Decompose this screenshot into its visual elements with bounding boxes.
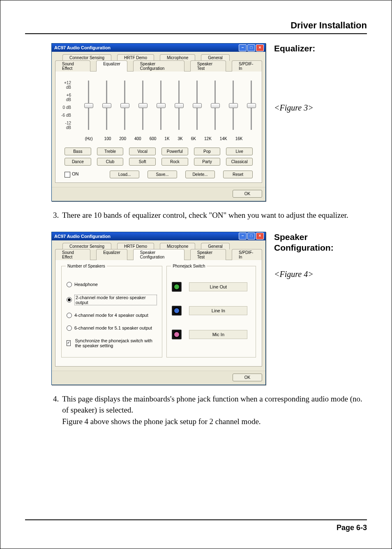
preset-club[interactable]: Club: [97, 158, 124, 166]
on-checkbox[interactable]: ON: [65, 171, 79, 177]
minimize-button[interactable]: –: [239, 233, 247, 240]
jack-label[interactable]: Line In: [189, 306, 247, 315]
preset-treble[interactable]: Treble: [97, 148, 124, 155]
paragraph-text: There are 10 bands of equalizer control,…: [62, 210, 367, 221]
tab-equalizer[interactable]: Equalizer: [96, 249, 127, 260]
equalizer-bottom-row: ON Load... Save... Delete... Reset: [65, 171, 253, 178]
radio-2-channel[interactable]: 2-channel mode for stereo speaker output: [67, 295, 157, 305]
close-button[interactable]: ×: [256, 233, 264, 240]
figure-3-side: Equalizer: <Figure 3>: [274, 43, 356, 201]
eq-band-16khz[interactable]: [246, 81, 256, 130]
paragraph-3: 3. There are 10 bands of equalizer contr…: [53, 210, 367, 221]
tabs-area: Connector Sensing HRTF Demo Microphone G…: [52, 240, 265, 371]
tab-microphone[interactable]: Microphone: [160, 54, 195, 61]
eq-band-3khz[interactable]: [174, 81, 184, 130]
eq-band-1khz[interactable]: [156, 81, 166, 130]
maximize-button[interactable]: □: [247, 44, 255, 51]
hz-label: 1K: [164, 136, 169, 141]
radio-icon: [67, 297, 72, 302]
tab-speaker-test[interactable]: Speaker Test: [190, 60, 226, 72]
list-number: 3.: [53, 210, 59, 221]
phonejack-legend: Phonejack Switch: [171, 264, 207, 268]
sync-checkbox[interactable]: Synchronize the phonejack switch with th…: [67, 338, 157, 348]
equalizer-heading: Equalizer:: [274, 43, 356, 54]
tab-speaker-test[interactable]: Speaker Test: [190, 249, 226, 260]
on-label: ON: [72, 171, 79, 176]
eq-band-600hz[interactable]: [138, 81, 148, 130]
eq-band-12khz[interactable]: [210, 81, 220, 130]
delete-button[interactable]: Delete...: [185, 171, 215, 178]
db-label: +6 dB: [61, 93, 71, 102]
jack-icon-green: [172, 282, 182, 292]
preset-live[interactable]: Live: [226, 148, 253, 155]
radio-label: 4-channel mode for 4 speaker output: [74, 313, 148, 318]
ac97-config-window-speaker: AC97 Audio Configuration – □ × Connector…: [51, 232, 266, 385]
ok-button[interactable]: OK: [233, 190, 262, 198]
db-scale: +12 dB +6 dB 0 dB -6 dB -12 dB: [61, 81, 71, 130]
hz-label: 6K: [191, 136, 196, 141]
close-button[interactable]: ×: [256, 44, 264, 51]
preset-rock[interactable]: Rock: [161, 158, 188, 166]
jack-line-in: Line In: [172, 306, 251, 316]
tab-general[interactable]: General: [201, 54, 230, 61]
tab-sound-effect[interactable]: Sound Effect: [55, 60, 90, 72]
radio-icon: [67, 282, 72, 287]
tab-speaker-configuration[interactable]: Speaker Configuration: [133, 249, 184, 260]
jack-mic-in: Mic In: [172, 330, 251, 339]
tab-equalizer[interactable]: Equalizer: [96, 60, 127, 72]
figure-3-row: AC97 Audio Configuration – □ × Connector…: [51, 43, 367, 201]
page-header: Driver Installation: [25, 20, 367, 34]
preset-soft[interactable]: Soft: [129, 158, 156, 166]
tab-hrtf-demo[interactable]: HRTF Demo: [117, 243, 154, 249]
jack-label[interactable]: Mic In: [189, 330, 247, 339]
hz-label: 100: [104, 136, 111, 141]
preset-vocal[interactable]: Vocal: [129, 148, 156, 155]
tab-general[interactable]: General: [201, 243, 230, 249]
hz-label: 3K: [178, 136, 183, 141]
hz-label: 12K: [204, 136, 212, 141]
tab-sound-effect[interactable]: Sound Effect: [55, 249, 90, 260]
db-label: +12 dB: [61, 81, 71, 90]
tab-spdif-in[interactable]: S/PDIF-In: [232, 249, 262, 260]
tab-connector-sensing[interactable]: Connector Sensing: [62, 54, 111, 61]
radio-4-channel[interactable]: 4-channel mode for 4 speaker output: [67, 313, 157, 318]
tab-speaker-configuration[interactable]: Speaker Configuration: [133, 60, 184, 72]
tab-row-back: Connector Sensing HRTF Demo Microphone G…: [62, 54, 262, 60]
radio-label: 6-channel mode for 5.1 speaker output: [74, 325, 152, 330]
dialog-footer: OK: [52, 371, 265, 385]
radio-icon: [67, 325, 72, 331]
preset-bass[interactable]: Bass: [65, 148, 91, 155]
jack-icon-blue: [172, 306, 182, 316]
hz-label: 600: [150, 136, 157, 141]
eq-band-200hz[interactable]: [101, 81, 111, 130]
dialog-footer: OK: [52, 187, 265, 201]
tab-hrtf-demo[interactable]: HRTF Demo: [117, 54, 154, 61]
window-title: AC97 Audio Configuration: [54, 45, 238, 50]
maximize-button[interactable]: □: [247, 233, 255, 240]
eq-band-400hz[interactable]: [120, 81, 129, 130]
preset-pop[interactable]: Pop: [194, 148, 221, 155]
minimize-button[interactable]: –: [239, 44, 247, 51]
reset-button[interactable]: Reset: [223, 171, 253, 178]
ok-button[interactable]: OK: [233, 374, 262, 381]
page: Driver Installation AC97 Audio Configura…: [0, 0, 392, 549]
eq-band-6khz[interactable]: [192, 81, 202, 130]
radio-6-channel[interactable]: 6-channel mode for 5.1 speaker output: [67, 325, 157, 331]
preset-dance[interactable]: Dance: [65, 158, 91, 166]
save-button[interactable]: Save...: [148, 171, 177, 178]
tab-microphone[interactable]: Microphone: [160, 243, 195, 249]
ac97-config-window-equalizer: AC97 Audio Configuration – □ × Connector…: [51, 43, 266, 201]
radio-label: Headphone: [74, 282, 98, 287]
tab-connector-sensing[interactable]: Connector Sensing: [62, 243, 111, 249]
preset-classical[interactable]: Classical: [226, 158, 253, 166]
preset-party[interactable]: Party: [194, 158, 221, 166]
titlebar: AC97 Audio Configuration – □ ×: [52, 232, 265, 240]
eq-band-14khz[interactable]: [228, 81, 238, 130]
jack-label[interactable]: Line Out: [189, 282, 247, 291]
eq-band-100hz[interactable]: [83, 81, 93, 130]
tab-spdif-in[interactable]: S/PDIF-In: [232, 60, 262, 72]
page-footer: Page 6-3: [25, 519, 367, 532]
load-button[interactable]: Load...: [110, 171, 139, 178]
radio-headphone[interactable]: Headphone: [67, 282, 157, 287]
preset-powerful[interactable]: Powerful: [161, 148, 188, 155]
